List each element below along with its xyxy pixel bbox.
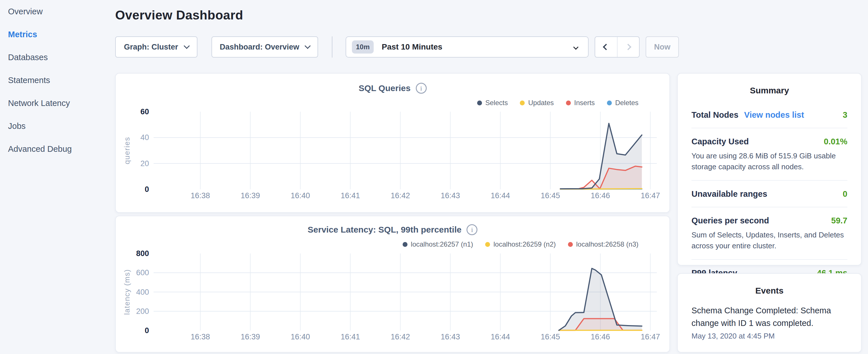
svg-text:16:41: 16:41 bbox=[341, 332, 360, 341]
svg-text:16:44: 16:44 bbox=[491, 332, 510, 341]
db-console-page: { "sidebar": { "items": [ { "label": "Ov… bbox=[0, 0, 868, 354]
now-button[interactable]: Now bbox=[646, 36, 679, 58]
svg-text:16:38: 16:38 bbox=[191, 191, 210, 200]
svg-text:0: 0 bbox=[145, 326, 149, 335]
summary-row-capacity-used: Capacity Used 0.01% bbox=[691, 128, 847, 147]
queries-per-second-subtext: Sum of Selects, Updates, Inserts, and De… bbox=[691, 229, 847, 251]
svg-text:16:44: 16:44 bbox=[491, 191, 510, 200]
svg-text:16:43: 16:43 bbox=[441, 332, 460, 341]
event-message[interactable]: Schema Change Completed: Schema change w… bbox=[691, 304, 847, 329]
graph-dropdown-label: Graph: Cluster bbox=[124, 43, 178, 52]
graph-dropdown[interactable]: Graph: Cluster bbox=[115, 36, 197, 58]
sidebar-item-jobs[interactable]: Jobs bbox=[8, 120, 26, 132]
sidebar-item-metrics[interactable]: Metrics bbox=[8, 28, 37, 41]
service-latency-chart-card: Service Latency: SQL, 99th percentile i … bbox=[115, 216, 670, 353]
summary-row-queries-per-second: Queries per second 59.7 bbox=[691, 207, 847, 225]
time-step-forward-button[interactable] bbox=[617, 37, 639, 57]
chevron-down-icon bbox=[573, 44, 578, 50]
sidebar-item-overview[interactable]: Overview bbox=[8, 5, 43, 18]
time-step-back-button[interactable] bbox=[595, 37, 617, 57]
svg-text:16:38: 16:38 bbox=[191, 332, 210, 341]
sidebar-item-statements[interactable]: Statements bbox=[8, 74, 50, 87]
svg-text:16:42: 16:42 bbox=[391, 191, 410, 200]
chevron-left-icon bbox=[602, 44, 609, 51]
svg-text:16:39: 16:39 bbox=[241, 191, 260, 200]
svg-text:16:39: 16:39 bbox=[241, 332, 260, 341]
sidebar-item-network-latency[interactable]: Network Latency bbox=[8, 97, 70, 109]
chevron-down-icon bbox=[183, 43, 189, 49]
svg-text:60: 60 bbox=[141, 107, 149, 116]
chevron-down-icon bbox=[305, 43, 311, 49]
svg-text:16:45: 16:45 bbox=[541, 191, 560, 200]
chevron-right-icon bbox=[625, 44, 631, 51]
capacity-used-subtext: You are using 28.6 MiB of 515.9 GiB usab… bbox=[691, 150, 847, 172]
sidebar-nav: Overview Metrics Databases Statements Ne… bbox=[0, 0, 106, 354]
queries-per-second-value: 59.7 bbox=[831, 216, 847, 225]
time-window-badge: 10m bbox=[352, 40, 374, 54]
sidebar-item-advanced-debug[interactable]: Advanced Debug bbox=[8, 142, 72, 155]
svg-text:600: 600 bbox=[136, 268, 149, 277]
page-title: Overview Dashboard bbox=[115, 8, 243, 22]
svg-text:16:43: 16:43 bbox=[441, 191, 460, 200]
event-timestamp: May 13, 2020 at 4:45 PM bbox=[691, 332, 847, 341]
sidebar-item-databases[interactable]: Databases bbox=[8, 51, 48, 64]
svg-text:40: 40 bbox=[141, 133, 149, 142]
unavailable-ranges-value: 0 bbox=[843, 189, 847, 199]
svg-text:latency (ms): latency (ms) bbox=[123, 269, 131, 315]
time-window-label: Past 10 Minutes bbox=[382, 42, 574, 52]
controls-divider bbox=[332, 36, 333, 58]
service-latency-plot[interactable]: 800600400200016:3816:3916:4016:4116:4216… bbox=[116, 216, 671, 353]
svg-text:800: 800 bbox=[136, 249, 149, 258]
events-panel: Events Schema Change Completed: Schema c… bbox=[677, 273, 862, 353]
svg-text:16:46: 16:46 bbox=[591, 191, 610, 200]
svg-text:16:42: 16:42 bbox=[391, 332, 410, 341]
svg-text:0: 0 bbox=[145, 185, 149, 194]
events-title: Events bbox=[691, 286, 847, 296]
svg-text:16:40: 16:40 bbox=[290, 191, 310, 200]
svg-text:queries: queries bbox=[123, 137, 131, 164]
time-step-buttons bbox=[595, 36, 640, 58]
dashboard-dropdown[interactable]: Dashboard: Overview bbox=[212, 36, 318, 58]
view-nodes-list-link[interactable]: View nodes list bbox=[744, 110, 804, 120]
sql-queries-plot[interactable]: 604020016:3816:3916:4016:4116:4216:4316:… bbox=[116, 74, 671, 213]
svg-text:16:41: 16:41 bbox=[341, 191, 360, 200]
svg-text:200: 200 bbox=[136, 307, 149, 316]
summary-title: Summary bbox=[691, 86, 847, 95]
summary-panel: Summary Total Nodes View nodes list 3 Ca… bbox=[677, 73, 862, 265]
dashboard-dropdown-label: Dashboard: Overview bbox=[220, 43, 300, 52]
svg-text:16:47: 16:47 bbox=[641, 191, 660, 200]
svg-text:16:40: 16:40 bbox=[290, 332, 310, 341]
svg-text:400: 400 bbox=[136, 288, 149, 296]
svg-text:20: 20 bbox=[141, 159, 149, 168]
total-nodes-value: 3 bbox=[843, 110, 847, 120]
capacity-used-value: 0.01% bbox=[824, 137, 847, 147]
svg-text:16:47: 16:47 bbox=[641, 332, 660, 341]
summary-row-total-nodes: Total Nodes View nodes list 3 bbox=[691, 102, 847, 120]
svg-text:16:45: 16:45 bbox=[541, 332, 560, 341]
summary-row-unavailable-ranges: Unavailable ranges 0 bbox=[691, 181, 847, 199]
sql-queries-chart-card: SQL Queries i Selects Updates Inserts De… bbox=[115, 73, 670, 213]
svg-text:16:46: 16:46 bbox=[591, 332, 610, 341]
time-window-select[interactable]: 10m Past 10 Minutes bbox=[346, 36, 589, 58]
